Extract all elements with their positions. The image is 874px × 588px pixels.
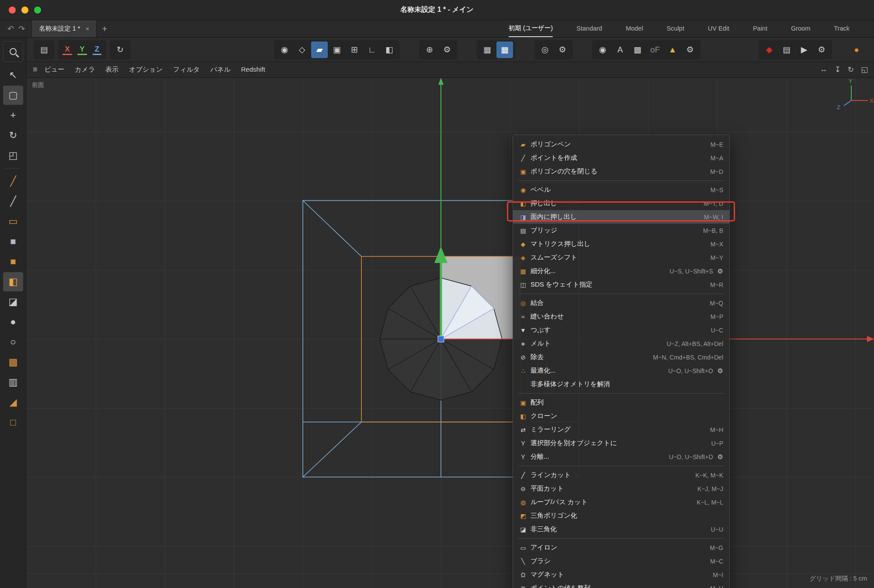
close-tab-icon[interactable]: × <box>85 25 89 32</box>
menu-item-brush[interactable]: ╲ ブラシ M~C <box>513 554 729 568</box>
axis-z-toggle[interactable]: Z <box>90 42 104 58</box>
content-browser-icon[interactable]: ▤ <box>36 42 52 58</box>
redo-button[interactable]: ↷ <box>16 24 27 34</box>
menu-item-subdivide[interactable]: ▦ 細分化... U~S, U~Shift+S ⚙ <box>513 264 729 278</box>
autokey-icon[interactable]: ◎ <box>537 42 553 58</box>
layout-model[interactable]: Model <box>626 20 643 37</box>
render-view-icon[interactable]: ▤ <box>778 42 795 58</box>
edges-mode-icon[interactable]: ◇ <box>294 42 310 58</box>
menu-item-bridge[interactable]: ▤ ブリッジ M~B, B <box>513 224 729 237</box>
object-origin-handle[interactable] <box>438 336 444 342</box>
filter-menu[interactable]: フィルタ <box>173 66 200 74</box>
viewport[interactable]: 前面 <box>27 78 874 588</box>
snap-icon[interactable]: ▦ <box>496 42 513 58</box>
layout-paint[interactable]: Paint <box>753 20 767 37</box>
filter-gear-icon[interactable]: ⚙ <box>682 42 698 58</box>
plane-tool[interactable]: ◪ <box>3 292 23 311</box>
menu-item-line-cut[interactable]: ╱ ラインカット K~K, M~K <box>513 468 729 482</box>
layout-track[interactable]: Track <box>834 20 850 37</box>
menu-item-mirror[interactable]: ⇄ ミラーリング M~H <box>513 423 729 436</box>
panel-menu[interactable]: パネル <box>210 66 230 74</box>
orbit-icon[interactable]: ↻ <box>848 65 854 74</box>
camera-menu[interactable]: カメラ <box>75 66 95 74</box>
menu-item-optimize[interactable]: ∴ 最適化... U~O, U~Shift+O ⚙ <box>513 364 729 377</box>
render-settings-icon[interactable]: ⚙ <box>813 42 830 58</box>
quantize-icon[interactable]: ▦ <box>479 42 496 58</box>
active-take-icon[interactable]: ● <box>848 42 865 58</box>
menu-item-polygon-pen[interactable]: ▰ ポリゴンペン M~E <box>513 138 729 151</box>
maximize-view-icon[interactable]: ◱ <box>861 65 868 74</box>
frame-tool[interactable]: □ <box>3 413 23 432</box>
scale-tool[interactable]: ◰ <box>3 146 23 165</box>
cube-primitive-tool[interactable]: ■ <box>3 232 23 251</box>
layout-uv-edit[interactable]: UV Edit <box>708 20 729 37</box>
search-commander-button[interactable] <box>3 41 23 62</box>
warning-icon[interactable]: ▲ <box>664 42 681 58</box>
cylinder-tool[interactable]: ▥ <box>3 373 23 392</box>
view-menu[interactable]: ビュー <box>45 66 65 74</box>
axis-y-toggle[interactable]: Y <box>75 42 89 58</box>
dolly-icon[interactable]: ↧ <box>834 65 840 74</box>
bevel-deformer-tool[interactable]: ◢ <box>3 393 23 412</box>
gear-icon[interactable]: ⚙ <box>718 453 723 461</box>
polygons-mode-icon[interactable]: ▰ <box>311 42 328 58</box>
volume-builder-tool[interactable]: ▩ <box>3 353 23 372</box>
menu-item-weld[interactable]: ◎ 結合 M~Q <box>513 296 729 310</box>
menu-item-triangulate[interactable]: ◩ 三角ポリゴン化 <box>513 509 729 522</box>
menu-item-collapse[interactable]: ▼ つぶす U~C <box>513 323 729 337</box>
workplane-icon[interactable]: ∟ <box>364 42 380 58</box>
soft-selection-tool[interactable]: ● <box>3 312 23 332</box>
layout-standard[interactable]: Standard <box>576 20 602 37</box>
object-axis-icon[interactable]: ⊞ <box>346 42 363 58</box>
move-tool[interactable]: + <box>3 106 23 125</box>
undo-button[interactable]: ↶ <box>5 24 16 34</box>
menu-item-iron[interactable]: ▭ アイロン M~G <box>513 541 729 554</box>
menu-item-sds-weight[interactable]: ◫ SDS をウェイト指定 M~R <box>513 278 729 291</box>
menu-item-disconnect[interactable]: Y 分離... U~D, U~Shift+D ⚙ <box>513 450 729 463</box>
brush-capsule-tool[interactable]: ○ <box>3 332 23 352</box>
layout-sculpt[interactable]: Sculpt <box>666 20 684 37</box>
extrude-object-tool[interactable]: ■ <box>3 252 23 271</box>
layout-groom[interactable]: Groom <box>791 20 810 37</box>
points-mode-icon[interactable]: ◉ <box>276 42 293 58</box>
menu-item-extrude-inner[interactable]: ◨ 面内に押し出し M~W, I <box>513 210 729 224</box>
menu-item-matrix-extrude[interactable]: ◆ マトリクス押し出し M~X <box>513 237 729 251</box>
gear-icon[interactable]: ⚙ <box>718 367 723 375</box>
axis-x-toggle[interactable]: X <box>60 42 74 58</box>
hamburger-icon[interactable]: ≡ <box>33 65 38 74</box>
global-local-icon[interactable]: ⊕ <box>421 42 438 58</box>
annotate-a-icon[interactable]: A <box>612 42 628 58</box>
keyframe-gear-icon[interactable]: ⚙ <box>554 42 571 58</box>
texture-mode-icon[interactable]: ◧ <box>381 42 398 58</box>
select-arrow-tool[interactable]: ↖ <box>3 66 23 85</box>
live-selection-tool[interactable]: ▢ <box>3 86 23 105</box>
display-menu[interactable]: 表示 <box>105 66 118 74</box>
polygon-modeling-tool[interactable]: ◧ <box>3 272 23 291</box>
modeling-settings-gear-icon[interactable]: ⚙ <box>439 42 455 58</box>
menu-item-dissolve[interactable]: ⊘ 除去 M~N, Cmd+BS, Cmd+Del <box>513 350 729 364</box>
close-window-button[interactable] <box>9 7 16 14</box>
pan-hand-icon[interactable]: ↔ <box>820 65 827 74</box>
menu-item-loop-path-cut[interactable]: ◍ ループ/パス カット K~L, M~L <box>513 495 729 509</box>
solo-eye-icon[interactable]: ◉ <box>594 42 611 58</box>
menu-item-plane-cut[interactable]: ⊖ 平面カット K~J, M~J <box>513 482 729 495</box>
redshift-logo-icon[interactable]: ◆ <box>761 42 777 58</box>
menu-item-clone[interactable]: ◧ クローン <box>513 409 729 423</box>
menu-item-extrude[interactable]: ◧ 押し出し M~T, D <box>513 197 729 210</box>
menu-item-stitch-and-sew[interactable]: ≈ 縫い合わせ M~P <box>513 310 729 323</box>
add-tab-button[interactable]: + <box>97 24 112 34</box>
menu-item-bevel[interactable]: ◉ ベベル M~S <box>513 183 729 197</box>
zoom-window-button[interactable] <box>34 7 41 14</box>
rotate-tool[interactable]: ↻ <box>3 126 23 145</box>
document-tab[interactable]: 名称未設定 1 * × <box>31 20 97 37</box>
menu-item-create-point[interactable]: ╱ ポイントを作成 M~A <box>513 151 729 165</box>
menu-item-fix-non-manifold[interactable]: 非多様体ジオメトリを解消 <box>513 377 729 391</box>
menu-item-magnet[interactable]: Ω マグネット M~I <box>513 568 729 581</box>
menu-item-array[interactable]: ▣ 配列 <box>513 396 729 409</box>
menu-item-split-to-object[interactable]: Y 選択部分を別オブジェクトに U~P <box>513 436 729 450</box>
of-filter-icon[interactable]: oF <box>647 42 663 58</box>
layout-initial[interactable]: 初期 (ユーザー) <box>509 20 553 37</box>
rectangle-spline-tool[interactable]: ▭ <box>3 212 23 231</box>
menu-item-smooth-shift[interactable]: ◈ スムーズシフト M~Y <box>513 251 729 264</box>
menu-item-close-polygon-hole[interactable]: ▣ ポリゴンの穴を閉じる M~D <box>513 165 729 178</box>
